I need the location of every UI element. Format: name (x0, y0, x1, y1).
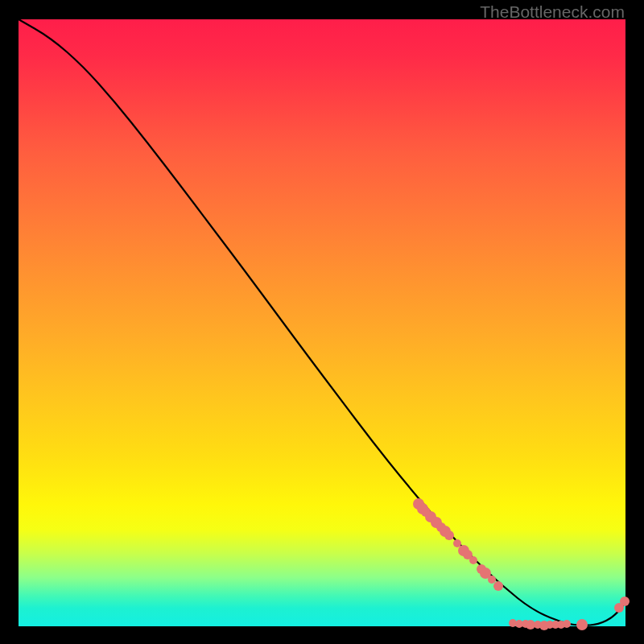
data-marker (493, 581, 503, 591)
bottleneck-curve (19, 19, 625, 625)
marker-group (413, 498, 630, 630)
data-marker (563, 620, 571, 628)
data-marker (620, 597, 630, 606)
data-marker (469, 556, 477, 564)
data-marker (488, 576, 496, 584)
chart-plot-area (19, 19, 625, 626)
data-marker (444, 530, 454, 540)
data-marker (453, 539, 461, 547)
data-marker (576, 619, 588, 630)
chart-svg-overlay (19, 19, 625, 626)
